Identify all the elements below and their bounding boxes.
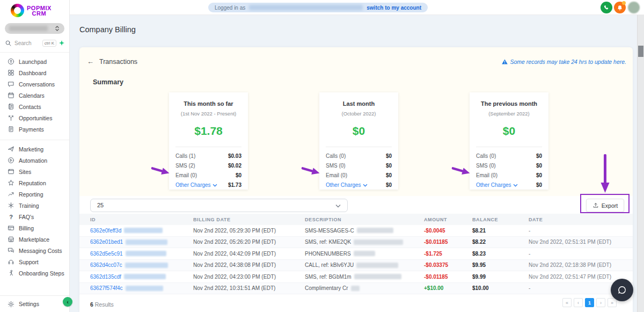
sidebar-item-launchpad[interactable]: Launchpad: [0, 56, 69, 67]
amount: -$1.725: [424, 248, 470, 259]
sidebar-item-marketing[interactable]: Marketing: [0, 143, 69, 155]
table-row: 63627f574f4c Nov 2nd 2022, 10:31:51 AM (…: [79, 283, 633, 295]
launchpad-icon: [8, 58, 14, 65]
vertical-scrollbar[interactable]: [637, 15, 644, 312]
table-body: 6362e0feff3d Nov 2nd 2022, 05:29:30 PM (…: [79, 225, 633, 294]
annotation-arrow-other-charges-1: [150, 163, 172, 177]
sidebar-item-support[interactable]: Support: [0, 256, 69, 267]
logged-in-banner: Logged in as switch to my account: [208, 3, 428, 12]
sidebar-item-training[interactable]: Training: [0, 200, 69, 211]
search-shortcut-badge: ctrl K: [42, 40, 56, 47]
sidebar-item-reporting[interactable]: Reporting: [0, 188, 69, 200]
export-icon: [592, 202, 599, 209]
redacted: [125, 263, 168, 268]
other-charges-toggle[interactable]: Other Charges$0: [326, 182, 392, 188]
card-divider: [326, 147, 392, 147]
pagination: « ‹ 1 › »: [562, 298, 617, 307]
sidebar-item-automation[interactable]: Automation: [0, 155, 69, 166]
sidebar-item-conversations[interactable]: Conversations: [0, 78, 69, 90]
back-arrow-icon[interactable]: ←: [87, 57, 94, 66]
sidebar-item-settings[interactable]: Settings: [0, 295, 69, 312]
amount: +$10.00: [424, 283, 470, 294]
redacted: [124, 274, 166, 279]
phone-button[interactable]: [601, 2, 612, 13]
annotation-arrow-other-charges-3: [451, 163, 472, 177]
sidebar-item-marketplace[interactable]: Marketplace: [0, 234, 69, 245]
pagination-prev-button[interactable]: ‹: [574, 298, 583, 307]
sidebar-item-messaging-costs[interactable]: Messaging Costs: [0, 245, 69, 256]
summary-heading: Summary: [93, 78, 123, 86]
sidebar-item-payments[interactable]: Payments: [0, 124, 69, 135]
sidebar-item-calendars[interactable]: Calendars: [0, 90, 69, 101]
calendars-icon: [8, 92, 14, 99]
balance: $9.99: [472, 271, 526, 282]
pagination-next-button[interactable]: ›: [596, 298, 605, 307]
search-icon: [5, 40, 12, 47]
onboarding-icon: [8, 270, 14, 277]
transaction-id-link[interactable]: 6362e01bed1: [90, 239, 123, 245]
other-charges-toggle[interactable]: Other Charges$1.73: [175, 182, 241, 188]
annotation-arrow-export: [601, 154, 610, 194]
marketing-icon: [8, 146, 14, 153]
column-header-id: ID: [90, 214, 189, 225]
sparkle-add-icon[interactable]: [59, 40, 64, 46]
sidebar-item-reputation[interactable]: Reputation: [0, 177, 69, 188]
sidebar-item-sites[interactable]: Sites: [0, 166, 69, 177]
logged-in-label: Logged in as: [215, 5, 245, 11]
sidebar-item-onboarding-steps[interactable]: Onboarding Steps: [0, 267, 69, 279]
payments-icon: [8, 126, 14, 133]
pagination-first-button[interactable]: «: [562, 298, 572, 307]
notification-dot: [622, 1, 626, 5]
page-size-select[interactable]: 25: [90, 199, 348, 212]
switch-account-link[interactable]: switch to my account: [367, 5, 421, 11]
transaction-id-link[interactable]: 6362e0feff3d: [90, 228, 121, 234]
account-switcher-select[interactable]: [5, 23, 64, 34]
marketplace-icon: [8, 236, 14, 243]
brand-logo-icon: [11, 4, 24, 17]
sidebar-collapse-button[interactable]: ‹: [63, 297, 72, 307]
search-input[interactable]: Search ctrl K: [5, 39, 64, 47]
card-divider: [476, 147, 542, 147]
sites-icon: [8, 168, 14, 175]
table-row: 6362d135cdf Nov 2nd 2022, 04:23:00 PM (E…: [79, 271, 633, 283]
sidebar-item-billing[interactable]: Billing: [0, 222, 69, 234]
transaction-id-link[interactable]: 63627f574f4c: [90, 285, 123, 291]
training-icon: [8, 202, 14, 209]
transaction-id-link[interactable]: 6362d4cc07c: [90, 262, 122, 268]
sidebar-item-faqs[interactable]: ? FAQ's: [0, 211, 69, 222]
scrollbar-thumb[interactable]: [638, 46, 643, 57]
chat-widget-button[interactable]: [611, 279, 633, 301]
table-row: 6362e0feff3d Nov 2nd 2022, 05:29:30 PM (…: [79, 225, 633, 237]
card-total: $0: [476, 125, 542, 137]
pagination-last-button[interactable]: »: [608, 298, 617, 307]
avatar[interactable]: [628, 2, 640, 13]
sidebar-item-contacts[interactable]: Contacts: [0, 101, 69, 112]
sidebar-nav-group-1: Launchpad Dashboard Conversations Calend…: [0, 53, 69, 135]
export-button[interactable]: Export: [586, 199, 624, 212]
redacted: [126, 286, 163, 291]
notifications-button[interactable]: [614, 2, 626, 13]
amount: -$0.01185: [424, 271, 470, 282]
automation-icon: [8, 157, 14, 164]
column-header-amount: AMOUNT: [424, 214, 470, 225]
table-row: 6362e01bed1 Nov 2nd 2022, 05:26:20 PM (E…: [79, 237, 633, 249]
reporting-icon: [8, 191, 14, 198]
update-notice: Some records may take 24 hrs to update h…: [502, 59, 626, 65]
chevron-down-icon: [213, 184, 217, 187]
billing-icon: [8, 224, 14, 231]
amount: -$0.01185: [424, 237, 470, 248]
transaction-id-link[interactable]: 6362d135cdf: [90, 274, 121, 280]
other-charges-toggle[interactable]: Other Charges$0: [476, 182, 542, 188]
topbar: Logged in as switch to my account: [70, 0, 644, 15]
amount: -$0.0045: [424, 225, 470, 236]
redacted-user-name: [249, 5, 363, 10]
table-row: 6362d4cc07c Nov 2nd 2022, 04:38:08 PM (E…: [79, 260, 633, 272]
pagination-page-1[interactable]: 1: [585, 298, 594, 307]
sidebar-item-opportunities[interactable]: Opportunities: [0, 112, 69, 124]
sidebar-item-dashboard[interactable]: Dashboard: [0, 67, 69, 78]
transaction-id-link[interactable]: 6362d5e5c91: [90, 251, 123, 257]
chevron-down-icon: [335, 204, 341, 208]
redacted: [357, 228, 393, 233]
transactions-table-section: 25 Export ID BILLING DATE DESCRIPTION AM…: [79, 196, 633, 312]
contacts-icon: [8, 103, 14, 110]
